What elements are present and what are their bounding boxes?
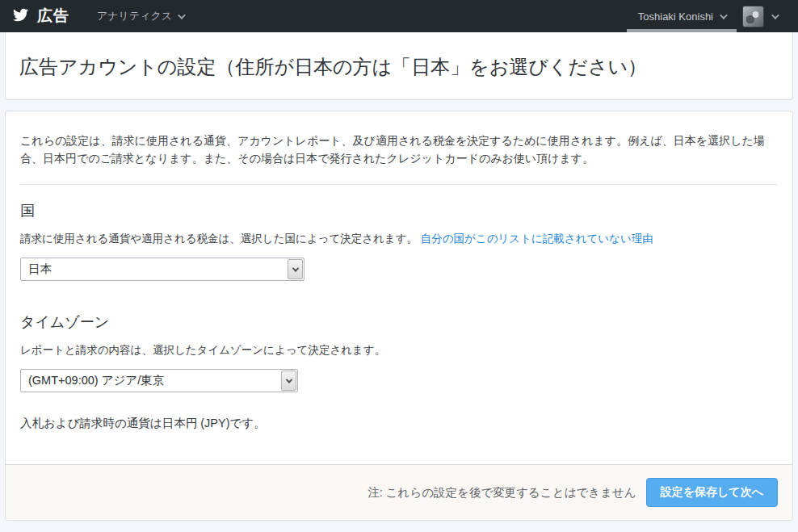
timezone-description: レポートと請求の内容は、選択したタイムゾーンによって決定されます。 — [20, 342, 778, 358]
save-settings-button[interactable]: 設定を保存して次へ — [646, 478, 778, 507]
top-navbar: 広告 アナリティクス Toshiaki Konishi — [0, 0, 798, 32]
chevron-down-icon — [720, 11, 728, 19]
analytics-menu[interactable]: アナリティクス — [97, 9, 183, 23]
currency-note: 入札および請求時の通貨は日本円 (JPY)です。 — [20, 416, 778, 464]
settings-intro-text: これらの設定は、請求に使用される通貨、アカウントレポート、及び適用される税金を決… — [20, 132, 778, 167]
settings-warning-note: 注: これらの設定を後で変更することはできません — [368, 485, 636, 501]
select-arrow-button — [281, 371, 296, 391]
chevron-down-icon — [285, 376, 292, 383]
analytics-menu-label: アナリティクス — [97, 9, 172, 23]
country-description-text: 請求に使用される通貨や適用される税金は、選択した国によって決定されます。 — [20, 232, 418, 245]
user-name-label: Toshiaki Konishi — [638, 10, 713, 23]
account-settings-card: これらの設定は、請求に使用される通貨、アカウントレポート、及び適用される税金を決… — [5, 111, 793, 521]
country-list-help-link[interactable]: 自分の国がこのリストに記載されていない理由 — [421, 232, 653, 245]
active-menu-indicator — [627, 29, 737, 32]
country-description: 請求に使用される通貨や適用される税金は、選択した国によって決定されます。 自分の… — [20, 231, 778, 247]
timezone-select[interactable]: (GMT+09:00) アジア/東京 — [20, 369, 298, 392]
avatar — [742, 6, 764, 27]
country-section: 国 請求に使用される通貨や適用される税金は、選択した国によって決定されます。 自… — [20, 201, 778, 281]
country-select-value: 日本 — [28, 262, 52, 277]
ads-home-link[interactable]: 広告 — [11, 6, 69, 27]
page-title: 広告アカウントの設定（住所が日本の方は「日本」をお選びください） — [19, 54, 779, 80]
navbar-right: Toshiaki Konishi — [627, 0, 798, 32]
section-divider — [20, 184, 778, 185]
card-body: これらの設定は、請求に使用される通貨、アカウントレポート、及び適用される税金を決… — [6, 111, 792, 464]
chevron-down-icon — [292, 265, 298, 271]
select-arrow-button — [288, 259, 303, 279]
profile-menu[interactable] — [742, 6, 777, 27]
chevron-down-icon — [178, 11, 186, 19]
timezone-heading: タイムゾーン — [20, 312, 778, 332]
timezone-section: タイムゾーン レポートと請求の内容は、選択したタイムゾーンによって決定されます。… — [20, 312, 778, 392]
card-footer: 注: これらの設定を後で変更することはできません 設定を保存して次へ — [6, 464, 792, 520]
country-heading: 国 — [20, 201, 778, 220]
twitter-bird-icon — [11, 7, 30, 25]
chevron-down-icon — [771, 11, 779, 19]
page-header-panel: 広告アカウントの設定（住所が日本の方は「日本」をお選びください） — [5, 32, 793, 100]
country-select[interactable]: 日本 — [20, 258, 304, 281]
timezone-select-value: (GMT+09:00) アジア/東京 — [28, 373, 164, 388]
user-account-menu[interactable]: Toshiaki Konishi — [627, 0, 737, 32]
brand-label: 広告 — [37, 6, 69, 27]
